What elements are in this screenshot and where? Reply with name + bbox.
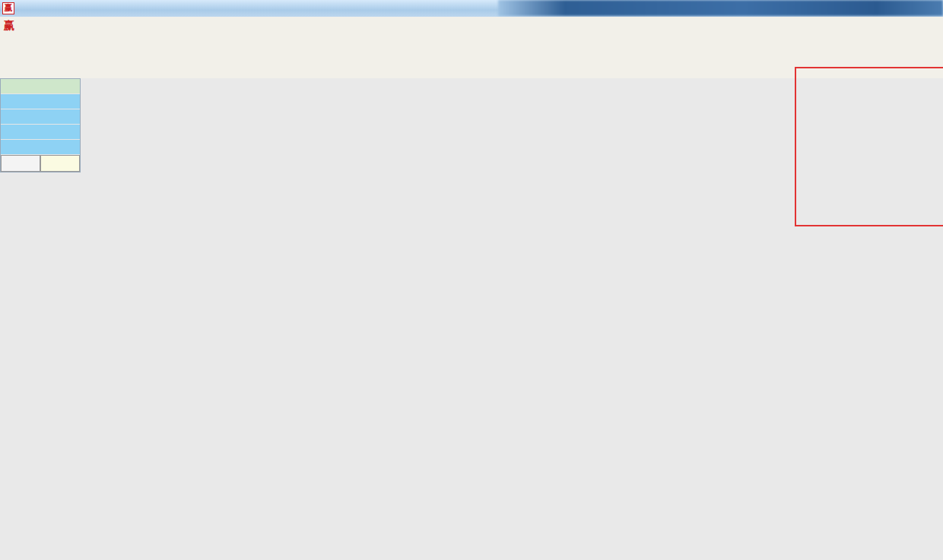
step-length (1, 140, 80, 155)
titlebar: 赢 (0, 0, 943, 17)
app-logo-icon: 赢 (2, 2, 14, 14)
annotation-box (795, 67, 943, 226)
date-value (1, 109, 80, 125)
menu-bar: 赢 (0, 17, 943, 36)
titlebar-blurred-region (498, 0, 943, 16)
calc-resistance-button[interactable] (1, 155, 40, 172)
application-window: 赢 赢 (0, 0, 943, 560)
symbol-name (1, 79, 80, 94)
gann-wheel-chart[interactable] (0, 78, 943, 560)
conversion-factor (1, 125, 80, 140)
price-value (1, 94, 80, 109)
menu-logo-icon: 赢 (4, 19, 14, 33)
symbol-info-panel (0, 78, 81, 172)
main-toolbar (0, 35, 943, 59)
calc-support-button[interactable] (40, 155, 80, 172)
panel-buttons (1, 155, 80, 172)
